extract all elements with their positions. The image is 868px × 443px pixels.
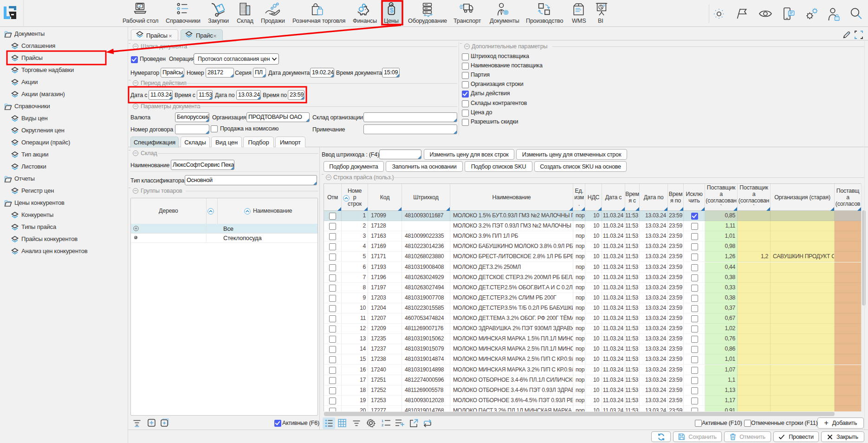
svg-text:2: 2 xyxy=(382,423,383,427)
svg-text:1: 1 xyxy=(382,419,383,423)
svg-text:$: $ xyxy=(390,7,394,14)
